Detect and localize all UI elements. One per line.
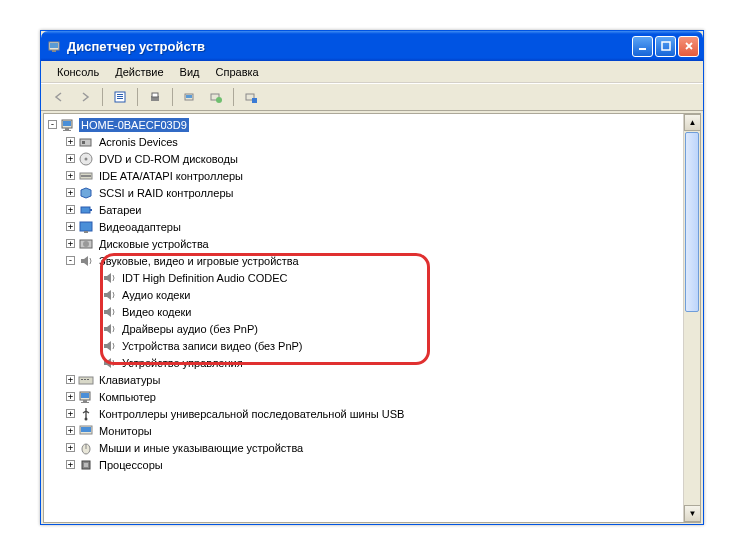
tree-category[interactable]: +Контроллеры универсальной последователь… xyxy=(44,405,683,422)
collapse-icon[interactable]: - xyxy=(48,120,57,129)
tree-root[interactable]: -HOME-0BAECF03D9 xyxy=(44,116,683,133)
vertical-scrollbar[interactable]: ▲ ▼ xyxy=(683,114,700,522)
tree-category[interactable]: +SCSI и RAID контроллеры xyxy=(44,184,683,201)
tree-device[interactable]: IDT High Definition Audio CODEC xyxy=(44,269,683,286)
device-label[interactable]: Видео кодеки xyxy=(120,305,194,319)
scan-hardware-button[interactable] xyxy=(178,86,202,108)
print-button[interactable] xyxy=(143,86,167,108)
minimize-button[interactable] xyxy=(632,36,653,57)
category-label[interactable]: Процессоры xyxy=(97,458,165,472)
tree-category[interactable]: +IDE ATA/ATAPI контроллеры xyxy=(44,167,683,184)
svg-rect-3 xyxy=(639,48,646,50)
svg-rect-29 xyxy=(80,222,92,231)
svg-rect-8 xyxy=(117,98,123,99)
expand-icon[interactable]: + xyxy=(66,375,75,384)
tree-category[interactable]: -Звуковые, видео и игровые устройства xyxy=(44,252,683,269)
expand-icon[interactable]: + xyxy=(66,154,75,163)
expand-icon[interactable]: - xyxy=(66,256,75,265)
svg-rect-22 xyxy=(82,141,85,144)
expand-icon[interactable]: + xyxy=(66,137,75,146)
tree-category[interactable]: +Мыши и иные указывающие устройства xyxy=(44,439,683,456)
separator xyxy=(102,88,103,106)
svg-point-32 xyxy=(83,241,89,247)
category-label[interactable]: DVD и CD-ROM дисководы xyxy=(97,152,240,166)
svg-rect-27 xyxy=(81,207,90,213)
tree-device[interactable]: Устройство управления xyxy=(44,354,683,371)
separator xyxy=(233,88,234,106)
close-button[interactable] xyxy=(678,36,699,57)
category-label[interactable]: Контроллеры универсальной последовательн… xyxy=(97,407,406,421)
svg-rect-35 xyxy=(84,379,86,380)
menu-console[interactable]: Консоль xyxy=(49,64,107,80)
menu-view[interactable]: Вид xyxy=(172,64,208,80)
menu-action[interactable]: Действие xyxy=(107,64,171,80)
tree-category[interactable]: +Клавиатуры xyxy=(44,371,683,388)
svg-rect-34 xyxy=(81,379,83,380)
sound-icon xyxy=(101,287,117,303)
titlebar[interactable]: Диспетчер устройств xyxy=(41,31,703,61)
category-label[interactable]: Клавиатуры xyxy=(97,373,162,387)
svg-rect-6 xyxy=(117,94,123,95)
tree-category[interactable]: +Мониторы xyxy=(44,422,683,439)
tree-category[interactable]: +Видеоадаптеры xyxy=(44,218,683,235)
device-label[interactable]: Устройство управления xyxy=(120,356,245,370)
category-label[interactable]: Мониторы xyxy=(97,424,154,438)
tree-category[interactable]: +DVD и CD-ROM дисководы xyxy=(44,150,683,167)
category-label[interactable]: Звуковые, видео и игровые устройства xyxy=(97,254,301,268)
expand-icon[interactable]: + xyxy=(66,222,75,231)
update-driver-button[interactable] xyxy=(239,86,263,108)
scroll-up-button[interactable]: ▲ xyxy=(684,114,701,131)
tree-category[interactable]: +Acronis Devices xyxy=(44,133,683,150)
svg-rect-38 xyxy=(81,393,89,398)
category-label[interactable]: Батареи xyxy=(97,203,144,217)
svg-rect-28 xyxy=(90,209,92,211)
expand-icon[interactable]: + xyxy=(66,188,75,197)
scroll-down-button[interactable]: ▼ xyxy=(684,505,701,522)
forward-button[interactable] xyxy=(73,86,97,108)
svg-rect-33 xyxy=(79,377,93,384)
device-label[interactable]: Устройства записи видео (без PnP) xyxy=(120,339,305,353)
menu-help[interactable]: Справка xyxy=(208,64,267,80)
category-label[interactable]: Видеоадаптеры xyxy=(97,220,183,234)
show-hidden-button[interactable] xyxy=(204,86,228,108)
device-label[interactable]: Драйверы аудио (без PnP) xyxy=(120,322,260,336)
device-tree[interactable]: -HOME-0BAECF03D9+Acronis Devices+DVD и C… xyxy=(44,114,683,522)
svg-rect-39 xyxy=(83,400,87,402)
category-label[interactable]: Компьютер xyxy=(97,390,158,404)
expand-icon[interactable]: + xyxy=(66,409,75,418)
category-label[interactable]: SCSI и RAID контроллеры xyxy=(97,186,235,200)
expand-icon[interactable]: + xyxy=(66,443,75,452)
tree-category[interactable]: +Компьютер xyxy=(44,388,683,405)
expand-icon[interactable]: + xyxy=(66,426,75,435)
scsi-icon xyxy=(78,185,94,201)
expand-icon[interactable]: + xyxy=(66,205,75,214)
expand-icon[interactable]: + xyxy=(66,392,75,401)
category-label[interactable]: Мыши и иные указывающие устройства xyxy=(97,441,305,455)
tree-device[interactable]: Устройства записи видео (без PnP) xyxy=(44,337,683,354)
tree-device[interactable]: Драйверы аудио (без PnP) xyxy=(44,320,683,337)
battery-icon xyxy=(78,202,94,218)
back-button[interactable] xyxy=(47,86,71,108)
tree-device[interactable]: Видео кодеки xyxy=(44,303,683,320)
tree-category[interactable]: +Батареи xyxy=(44,201,683,218)
expand-icon[interactable]: + xyxy=(66,171,75,180)
category-label[interactable]: IDE ATA/ATAPI контроллеры xyxy=(97,169,245,183)
expand-icon[interactable]: + xyxy=(66,460,75,469)
expand-icon[interactable]: + xyxy=(66,239,75,248)
tree-category[interactable]: +Дисковые устройства xyxy=(44,235,683,252)
scroll-thumb[interactable] xyxy=(685,132,699,312)
root-label[interactable]: HOME-0BAECF03D9 xyxy=(79,118,189,132)
disc-icon xyxy=(78,151,94,167)
maximize-button[interactable] xyxy=(655,36,676,57)
properties-button[interactable] xyxy=(108,86,132,108)
device-label[interactable]: Аудио кодеки xyxy=(120,288,192,302)
tree-device[interactable]: Аудио кодеки xyxy=(44,286,683,303)
sound-icon xyxy=(101,355,117,371)
svg-rect-30 xyxy=(84,231,88,233)
category-label[interactable]: Дисковые устройства xyxy=(97,237,211,251)
device-label[interactable]: IDT High Definition Audio CODEC xyxy=(120,271,289,285)
tree-category[interactable]: +Процессоры xyxy=(44,456,683,473)
category-label[interactable]: Acronis Devices xyxy=(97,135,180,149)
sound-icon xyxy=(101,321,117,337)
svg-rect-47 xyxy=(84,463,88,467)
